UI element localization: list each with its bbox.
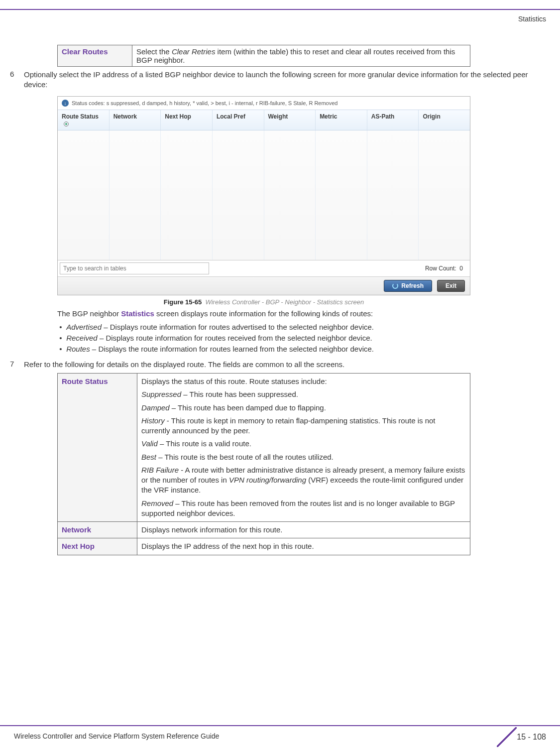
- text-italic: Suppressed: [141, 390, 181, 398]
- text-italic: RIB Failure: [141, 466, 179, 474]
- exit-label: Exit: [446, 282, 456, 289]
- col-as-path[interactable]: AS-Path: [367, 110, 419, 130]
- col-label: Route Status: [62, 113, 99, 120]
- text-italic: VPN routing/forwarding: [229, 476, 306, 484]
- text: – This route has been damped due to flap…: [170, 403, 326, 412]
- text: - This route is kept in memory to retain…: [141, 416, 436, 435]
- text: – This route has been suppressed.: [181, 390, 298, 398]
- step-text: Optionally select the IP address of a li…: [24, 70, 550, 89]
- col-route-status[interactable]: Route Status: [58, 110, 110, 130]
- text-italic: Damped: [141, 403, 170, 412]
- route-types-list: • Advertised – Displays route informatio…: [57, 322, 550, 354]
- route-status-desc: Displays the status of this route. Route…: [137, 374, 470, 522]
- button-row: Refresh Exit: [58, 276, 470, 295]
- top-rule: [0, 9, 560, 10]
- list-item: • Routes – Displays the route informatio…: [57, 344, 550, 355]
- text: Displays the status of this route. Route…: [141, 377, 466, 386]
- row-count: Row Count: 0: [425, 265, 463, 272]
- page-number-box: 15 - 108: [497, 727, 546, 747]
- text-italic: Removed: [141, 499, 173, 507]
- row-count-value: 0: [459, 265, 463, 272]
- text: – This route is a valid route.: [158, 439, 251, 448]
- sort-indicator-icon: [64, 122, 69, 126]
- table-body-empty: [58, 130, 470, 260]
- route-status-label: Route Status: [58, 374, 137, 522]
- footer-rule: [0, 725, 560, 726]
- text: – This route is the best route of all th…: [156, 453, 334, 461]
- text: – Displays route information for routes …: [98, 334, 372, 342]
- bgp-neighbor-screenshot: ↓ Status codes: s suppressed, d damped, …: [57, 96, 470, 295]
- text: screen displays route information for th…: [154, 309, 373, 318]
- text: Select the: [136, 47, 172, 56]
- col-origin[interactable]: Origin: [419, 110, 470, 130]
- network-label: Network: [58, 522, 137, 538]
- text-italic: Advertised: [66, 323, 102, 331]
- col-metric[interactable]: Metric: [316, 110, 367, 130]
- next-hop-label: Next Hop: [58, 538, 137, 555]
- page-content: Clear Routes Select the Clear Retries it…: [10, 45, 550, 555]
- down-arrow-icon: ↓: [62, 100, 69, 107]
- col-network[interactable]: Network: [110, 110, 161, 130]
- refresh-icon: [392, 283, 398, 289]
- refresh-button[interactable]: Refresh: [384, 280, 432, 292]
- route-fields-table: Route Status Displays the status of this…: [57, 373, 470, 555]
- text-italic: History: [141, 416, 165, 425]
- step-number: 7: [10, 360, 24, 368]
- slash-icon: [497, 727, 517, 747]
- text: The BGP neighbor: [57, 309, 121, 318]
- page-number: 15 - 108: [517, 733, 546, 742]
- clear-routes-label: Clear Routes: [58, 45, 132, 67]
- col-next-hop[interactable]: Next Hop: [161, 110, 213, 130]
- exit-button[interactable]: Exit: [437, 280, 465, 292]
- text-italic: Best: [141, 453, 156, 461]
- figure-label: Figure 15-65: [164, 298, 202, 306]
- refresh-label: Refresh: [401, 282, 424, 289]
- status-codes-bar: ↓ Status codes: s suppressed, d damped, …: [58, 97, 470, 110]
- clear-routes-table: Clear Routes Select the Clear Retries it…: [57, 45, 470, 67]
- text-italic: Routes: [66, 345, 90, 353]
- status-codes-text: Status codes: s suppressed, d damped, h …: [72, 100, 337, 106]
- text-highlight: Statistics: [121, 309, 154, 318]
- figure-caption: Figure 15-65 Wireless Controller - BGP -…: [57, 298, 470, 306]
- text-italic: Received: [66, 334, 98, 342]
- footer-text: Wireless Controller and Service Platform…: [14, 732, 219, 740]
- col-weight[interactable]: Weight: [264, 110, 316, 130]
- text-italic: Clear Retries: [172, 47, 216, 56]
- list-item: • Received – Displays route information …: [57, 333, 550, 344]
- header-section: Statistics: [518, 15, 546, 23]
- step-number: 6: [10, 70, 24, 78]
- table-search-row: Row Count: 0: [58, 260, 470, 276]
- step-7: 7 Refer to the following for details on …: [10, 360, 550, 370]
- col-local-pref[interactable]: Local Pref: [213, 110, 264, 130]
- table-search-input[interactable]: [60, 262, 209, 274]
- clear-routes-desc: Select the Clear Retries item (within th…: [132, 45, 470, 67]
- text: – Displays route information for routes …: [102, 323, 374, 331]
- next-hop-desc: Displays the IP address of the next hop …: [137, 538, 470, 555]
- text: – Displays the route information for rou…: [90, 345, 374, 353]
- list-item: • Advertised – Displays route informatio…: [57, 322, 550, 333]
- statistics-intro: The BGP neighbor Statistics screen displ…: [57, 309, 550, 319]
- network-desc: Displays network information for this ro…: [137, 522, 470, 538]
- step-6: 6 Optionally select the IP address of a …: [10, 70, 550, 89]
- text-italic: Valid: [141, 439, 158, 448]
- text: – This route has been removed from the r…: [141, 499, 455, 517]
- row-count-label: Row Count:: [425, 265, 456, 272]
- step-text: Refer to the following for details on th…: [24, 360, 550, 370]
- table-header-row: Route Status Network Next Hop Local Pref…: [58, 110, 470, 130]
- figure-caption-text: Wireless Controller - BGP - Neighbor - S…: [206, 298, 364, 306]
